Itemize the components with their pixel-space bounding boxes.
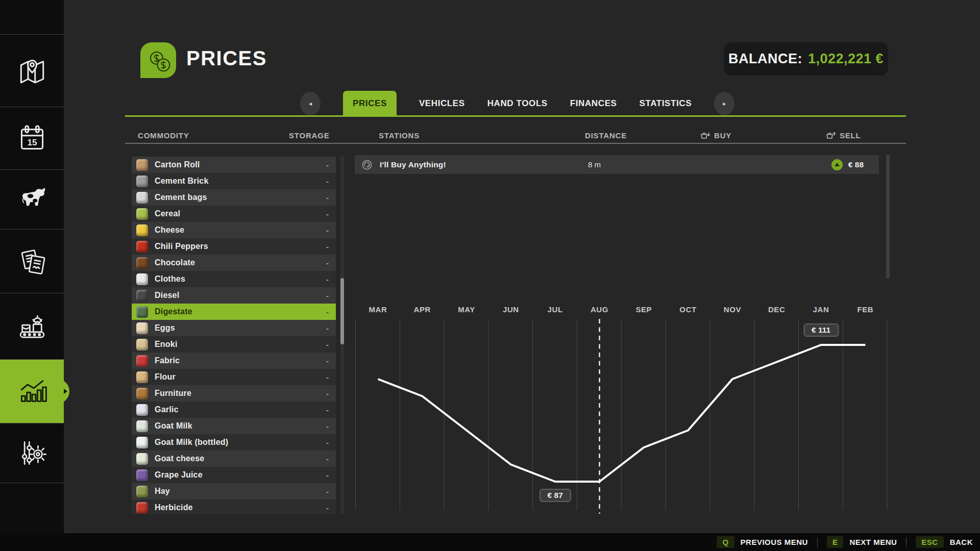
commodity-row-goat-milk-bottled[interactable]: Goat Milk (bottled)- — [132, 434, 336, 450]
sidebar-item-animals[interactable] — [0, 169, 64, 229]
commodity-row-hay[interactable]: Hay- — [132, 483, 336, 499]
tabs-prev-button[interactable]: ◂ — [300, 92, 321, 115]
commodity-name: Goat Milk — [155, 421, 320, 431]
hay-icon — [136, 486, 148, 497]
goat-milk-bottled-icon — [136, 437, 148, 448]
commodity-row-fabric[interactable]: Fabric- — [132, 353, 336, 369]
tab-bar: ◂ PRICESVEHICLESHAND TOOLSFINANCESSTATIS… — [300, 91, 734, 116]
commodity-storage-value: - — [326, 193, 329, 202]
trend-up-icon — [831, 159, 843, 170]
tab-vehicles[interactable]: VEHICLES — [419, 91, 465, 116]
commodity-list-scrollbar-thumb[interactable] — [340, 278, 344, 344]
commodity-row-digestate[interactable]: Digestate- — [132, 304, 336, 320]
commodity-storage-value: - — [326, 487, 329, 496]
commodity-name: Chocolate — [155, 258, 320, 267]
commodity-row-cement-brick[interactable]: Cement Brick- — [132, 173, 336, 189]
svg-text:15: 15 — [27, 137, 37, 147]
footer-hints: QPREVIOUS MENUENEXT MENUESCBACK — [717, 533, 973, 551]
commodity-row-herbicide[interactable]: Herbicide- — [132, 499, 336, 514]
commodity-name: Eggs — [155, 323, 320, 333]
commodity-storage-value: - — [326, 161, 329, 169]
commodity-storage-value: - — [326, 275, 329, 284]
commodity-name: Chili Peppers — [155, 242, 320, 251]
commodity-name: Goat Milk (bottled) — [155, 438, 320, 447]
diesel-icon — [136, 290, 148, 302]
hint-separator — [906, 537, 906, 547]
column-header-distance: DISTANCE — [585, 131, 627, 140]
tab-hand-tools[interactable]: HAND TOOLS — [487, 91, 548, 116]
enoki-icon — [136, 339, 148, 350]
commodity-storage-value: - — [326, 259, 329, 267]
hint-back[interactable]: ESCBACK — [916, 536, 973, 548]
commodity-storage-value: - — [326, 291, 329, 300]
sidebar-item-calendar[interactable]: 15 — [0, 107, 64, 169]
commodity-row-chili-peppers[interactable]: Chili Peppers- — [132, 238, 336, 255]
commodity-name: Carton Roll — [155, 160, 320, 169]
station-name: I'll Buy Anything! — [380, 160, 446, 169]
hint-previous-menu[interactable]: QPREVIOUS MENU — [717, 536, 808, 548]
commodity-name: Furniture — [155, 389, 320, 398]
commodity-row-chocolate[interactable]: Chocolate- — [132, 255, 336, 271]
commodity-row-furniture[interactable]: Furniture- — [132, 385, 336, 402]
eggs-icon — [136, 322, 148, 334]
commodity-row-cement-bags[interactable]: Cement bags- — [132, 189, 336, 206]
commodity-row-eggs[interactable]: Eggs- — [132, 320, 336, 336]
sidebar-item-statistics[interactable] — [0, 359, 64, 423]
furniture-icon — [136, 388, 148, 399]
station-row-i-ll-buy-anything[interactable]: I'll Buy Anything!8 m€ 88 — [355, 155, 879, 174]
commodity-storage-value: - — [326, 471, 329, 480]
commodity-row-cheese[interactable]: Cheese- — [132, 222, 336, 238]
commodity-storage-value: - — [326, 422, 329, 431]
tabs-next-button[interactable]: ▸ — [714, 92, 734, 115]
commodity-row-clothes[interactable]: Clothes- — [132, 271, 336, 287]
commodity-row-flour[interactable]: Flour- — [132, 369, 336, 385]
sidebar-item-contracts[interactable] — [0, 229, 64, 293]
goat-cheese-icon — [136, 453, 148, 465]
sidebar-spacer — [0, 483, 64, 483]
sidebar-item-settings[interactable] — [0, 423, 64, 483]
tab-prices[interactable]: PRICES — [343, 91, 397, 116]
cereal-icon — [136, 208, 148, 220]
commodity-row-enoki[interactable]: Enoki- — [132, 336, 336, 353]
stations-scrollbar[interactable] — [886, 155, 890, 279]
garlic-icon — [136, 404, 148, 416]
commodity-row-carton-roll[interactable]: Carton Roll- — [132, 157, 336, 173]
table-header-underline — [125, 143, 906, 144]
commodity-row-goat-milk[interactable]: Goat Milk- — [132, 418, 336, 434]
commodity-row-cereal[interactable]: Cereal- — [132, 206, 336, 222]
commodity-name: Enoki — [155, 340, 320, 349]
commodity-storage-value: - — [326, 373, 329, 382]
tab-finances[interactable]: FINANCES — [570, 91, 617, 116]
sidebar-item-map[interactable] — [0, 34, 64, 107]
hint-next-menu[interactable]: ENEXT MENU — [827, 536, 897, 548]
tab-underline — [125, 115, 906, 117]
column-header-stations: STATIONS — [379, 131, 420, 140]
column-header-commodity: COMMODITY — [138, 131, 189, 140]
key-esc: ESC — [916, 536, 943, 548]
commodity-storage-value: - — [326, 242, 329, 251]
station-sell-price: € 88 — [848, 160, 864, 169]
commodity-name: Grape Juice — [155, 470, 320, 480]
contracts-icon — [16, 245, 48, 278]
statistics-icon — [16, 375, 48, 408]
commodity-list-scrollbar[interactable] — [340, 157, 344, 514]
column-header-storage: STORAGE — [289, 131, 330, 140]
commodity-name: Hay — [155, 487, 320, 496]
commodity-storage-value: - — [326, 438, 329, 447]
commodity-name: Flour — [155, 372, 320, 382]
sidebar-items: 15 — [0, 34, 64, 483]
calendar-icon: 15 — [16, 122, 48, 155]
commodity-name: Fabric — [155, 356, 320, 365]
goat-milk-icon — [136, 420, 148, 432]
commodity-row-garlic[interactable]: Garlic- — [132, 402, 336, 418]
commodity-name: Cement bags — [155, 193, 320, 202]
commodity-name: Clothes — [155, 274, 320, 284]
commodity-row-grape-juice[interactable]: Grape Juice- — [132, 467, 336, 483]
tab-statistics[interactable]: STATISTICS — [640, 91, 692, 116]
map-icon — [16, 55, 48, 87]
commodity-storage-value: - — [326, 177, 329, 186]
commodity-row-goat-cheese[interactable]: Goat cheese- — [132, 450, 336, 467]
settings-icon — [16, 437, 48, 469]
commodity-row-diesel[interactable]: Diesel- — [132, 287, 336, 304]
sidebar-item-production[interactable] — [0, 293, 64, 359]
